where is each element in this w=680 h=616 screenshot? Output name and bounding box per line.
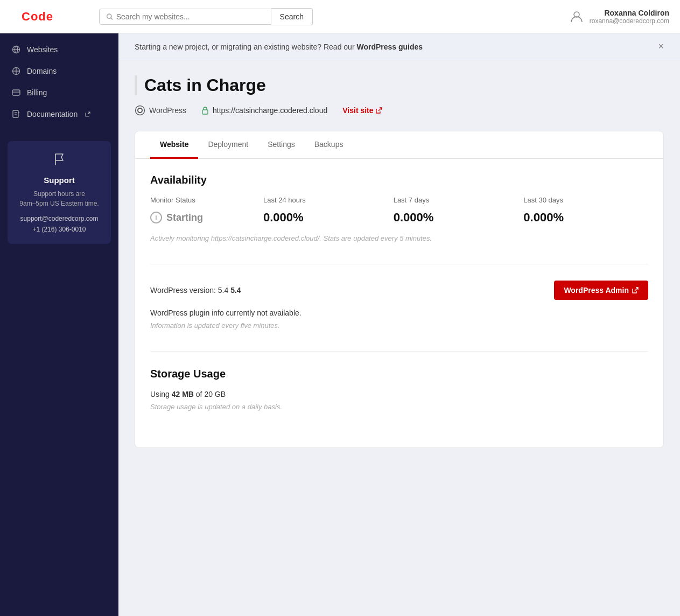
tab-deployment[interactable]: Deployment xyxy=(198,131,258,159)
storage-title: Storage Usage xyxy=(150,368,648,380)
page-title: Cats in Charge xyxy=(135,75,664,95)
stat-last7: 0.000% xyxy=(394,211,518,225)
wp-version-line: WordPress version: 5.4 5.4 WordPress Adm… xyxy=(150,281,648,300)
svg-line-1 xyxy=(110,18,112,19)
avail-col2: Last 24 hours xyxy=(263,196,388,204)
card-body: Availability Monitor Status Last 24 hour… xyxy=(135,159,663,447)
status-label: Starting xyxy=(166,212,203,223)
banner-text: Starting a new project, or migrating an … xyxy=(135,43,423,51)
sidebar-item-label: Websites xyxy=(27,45,58,54)
support-hours: Support hours are9am–5pm US Eastern time… xyxy=(16,189,102,208)
cms-label: WordPress xyxy=(149,106,186,115)
site-meta: WordPress https://catsincharge.codered.c… xyxy=(135,105,664,116)
main-content: Starting a new project, or migrating an … xyxy=(118,33,680,616)
svg-rect-9 xyxy=(12,90,20,95)
domain-icon xyxy=(12,67,20,75)
wp-plugin-info: WordPress plugin info currently not avai… xyxy=(150,309,648,317)
monitor-status: i Starting xyxy=(150,212,258,223)
tabs: Website Deployment Settings Backups xyxy=(135,131,663,159)
availability-section: Availability Monitor Status Last 24 hour… xyxy=(150,174,648,242)
url-item: https://catsincharge.codered.cloud xyxy=(201,106,327,115)
banner: Starting a new project, or migrating an … xyxy=(118,33,680,60)
storage-note: Storage usage is updated on a daily basi… xyxy=(150,403,648,411)
section-divider xyxy=(150,264,648,264)
docs-icon xyxy=(12,110,20,118)
search-button[interactable]: Search xyxy=(271,8,313,25)
status-icon: i xyxy=(150,212,162,223)
page-body: Cats in Charge WordPress http xyxy=(118,60,680,463)
search-wrapper xyxy=(99,9,271,25)
sidebar-item-label: Billing xyxy=(27,88,47,97)
user-email: roxanna@coderedcorp.com xyxy=(590,17,669,25)
external-link-icon xyxy=(376,107,382,114)
sidebar-item-label: Documentation xyxy=(27,110,78,118)
user-info: Roxanna Coldiron roxanna@coderedcorp.com xyxy=(590,9,669,25)
visit-site-link[interactable]: Visit site xyxy=(342,106,382,115)
sidebar-item-domains[interactable]: Domains xyxy=(0,60,118,82)
sidebar-item-billing[interactable]: Billing xyxy=(0,82,118,103)
stat-last30: 0.000% xyxy=(523,211,648,225)
wp-version-val: 5.4 xyxy=(230,286,241,295)
external-link-icon xyxy=(85,111,90,117)
globe-icon xyxy=(12,45,20,54)
storage-usage: Using 42 MB of 20 GB xyxy=(150,390,648,398)
site-url: https://catsincharge.codered.cloud xyxy=(213,106,327,115)
header-search: Search xyxy=(99,8,569,25)
main-card: Website Deployment Settings Backups Avai… xyxy=(135,131,664,448)
avail-note: Actively monitoring https://catsincharge… xyxy=(150,234,648,242)
storage-value: 42 MB xyxy=(172,390,194,398)
tab-website[interactable]: Website xyxy=(150,131,198,159)
avail-values: i Starting 0.000% 0.000% 0.000% xyxy=(150,211,648,225)
layout: Websites Domains Billing xyxy=(0,33,680,616)
lock-icon xyxy=(201,106,209,115)
external-link-icon xyxy=(632,287,639,293)
avail-col1: Monitor Status xyxy=(150,196,258,204)
support-phone: +1 (216) 306-0010 xyxy=(16,226,102,233)
wp-update-note: Information is updated every five minute… xyxy=(150,321,648,330)
sidebar: Websites Domains Billing xyxy=(0,33,118,616)
wordpress-icon xyxy=(135,105,145,116)
wp-version-text: WordPress version: 5.4 5.4 xyxy=(150,286,241,295)
header: CodeRed Search Roxanna Coldiron roxanna@… xyxy=(0,0,680,33)
support-email: support@coderedcorp.com xyxy=(16,215,102,222)
avail-headers: Monitor Status Last 24 hours Last 7 days… xyxy=(150,196,648,204)
search-input[interactable] xyxy=(116,12,264,21)
sidebar-item-documentation[interactable]: Documentation xyxy=(0,103,118,125)
wordpress-info-section: WordPress version: 5.4 5.4 WordPress Adm… xyxy=(150,281,648,330)
tab-settings[interactable]: Settings xyxy=(258,131,305,159)
svg-point-15 xyxy=(138,109,142,112)
storage-section: Storage Usage Using 42 MB of 20 GB Stora… xyxy=(150,368,648,411)
flag-icon xyxy=(16,152,102,170)
cms-item: WordPress xyxy=(135,105,186,116)
banner-link[interactable]: WordPress guides xyxy=(356,43,423,51)
tab-backups[interactable]: Backups xyxy=(305,131,353,159)
sidebar-item-websites[interactable]: Websites xyxy=(0,39,118,60)
user-avatar-icon xyxy=(569,9,584,24)
svg-rect-16 xyxy=(202,110,208,114)
billing-icon xyxy=(12,88,20,97)
header-user: Roxanna Coldiron roxanna@coderedcorp.com xyxy=(569,9,669,25)
section-divider-2 xyxy=(150,351,648,352)
sidebar-nav: Websites Domains Billing xyxy=(0,33,118,130)
avail-col3: Last 7 days xyxy=(394,196,518,204)
banner-close-button[interactable]: × xyxy=(658,41,664,52)
stat-last24: 0.000% xyxy=(263,211,388,225)
avail-col4: Last 30 days xyxy=(523,196,648,204)
support-title: Support xyxy=(16,176,102,185)
sidebar-support: Support Support hours are9am–5pm US East… xyxy=(8,141,111,244)
logo: CodeRed xyxy=(11,0,88,33)
sidebar-item-label: Domains xyxy=(27,67,57,75)
wordpress-admin-button[interactable]: WordPress Admin xyxy=(554,281,648,300)
search-icon xyxy=(106,13,113,20)
availability-title: Availability xyxy=(150,174,648,186)
user-name: Roxanna Coldiron xyxy=(590,9,669,17)
